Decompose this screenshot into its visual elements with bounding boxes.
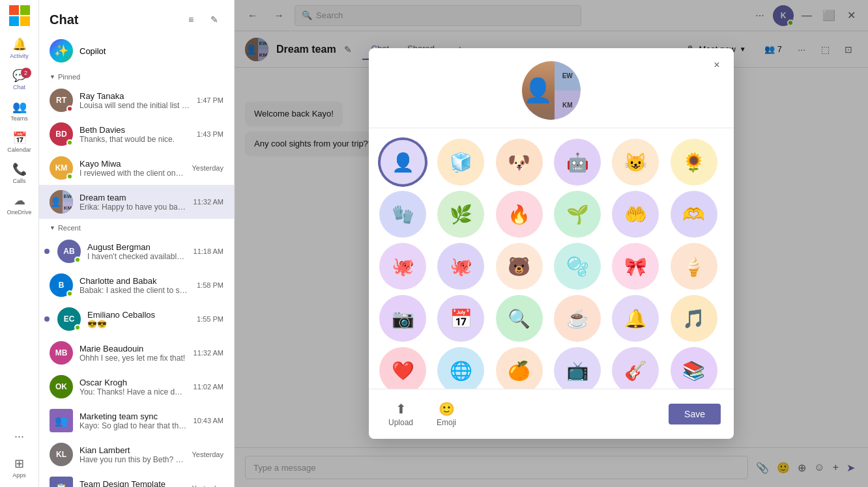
- info-dream-team: Dream team Erika: Happy to have you back…: [80, 193, 187, 212]
- chat-item-beth[interactable]: BD Beth Davies Thanks, that would be nic…: [39, 117, 234, 151]
- sticker-item[interactable]: 🔔: [612, 295, 659, 342]
- status-beth: [66, 139, 73, 146]
- sticker-item[interactable]: 🫧: [554, 243, 601, 290]
- sticker-item[interactable]: 🎀: [612, 243, 659, 290]
- avatar-emiliano: EC: [57, 307, 81, 331]
- status-ray: [66, 105, 73, 112]
- sticker-item[interactable]: 🫶: [671, 191, 717, 238]
- info-kian: Kian Lambert Have you run this by Beth? …: [80, 445, 185, 464]
- chat-item-design[interactable]: 📋 Team Design Template Reta: Let's set u…: [39, 471, 234, 487]
- sticker-item[interactable]: ☕: [554, 295, 601, 342]
- sticker-item[interactable]: 😺: [612, 139, 659, 186]
- sticker-item[interactable]: 🐻: [496, 243, 543, 290]
- sticker-item[interactable]: 🤲: [612, 191, 659, 238]
- sticker-item[interactable]: 🎸: [612, 347, 659, 389]
- sticker-item[interactable]: 🌱: [554, 191, 601, 238]
- chat-item-marie[interactable]: MB Marie Beaudouin Ohhh I see, yes let m…: [39, 336, 234, 370]
- teams-label: Teams: [10, 115, 28, 122]
- modal-body: 👤🧊🐶🤖😺🌻🧤🌿🔥🌱🤲🫶🐙🐙🐻🫧🎀🍦📷📅🔍☕🔔🎵❤️🌐🍊📺🎸📚: [369, 128, 734, 389]
- sticker-item[interactable]: 🌐: [437, 347, 484, 389]
- copilot-item[interactable]: ✨ Copilot: [39, 34, 234, 68]
- avatar-design: 📋: [50, 477, 73, 487]
- chat-item-kayo[interactable]: KM Kayo Miwa I reviewed with the client …: [39, 151, 234, 185]
- chat-item-charlotte[interactable]: B Charlotte and Babak Babak: I asked the…: [39, 268, 234, 302]
- emoji-label: Emoji: [437, 418, 456, 427]
- sticker-item[interactable]: 🧊: [437, 139, 484, 186]
- rail-item-apps[interactable]: ⊞ Apps: [5, 453, 34, 482]
- upload-label: Upload: [388, 418, 413, 427]
- chat-label: Chat: [13, 84, 25, 90]
- upload-action[interactable]: ⬆ Upload: [382, 397, 420, 431]
- photo-main: 👤: [522, 61, 555, 120]
- chat-item-dream-team[interactable]: 👤 EW KM Dream team Erika: Happy to have …: [39, 185, 234, 219]
- rail-item-more[interactable]: ···: [5, 422, 34, 451]
- info-august: August Bergman I haven't checked availab…: [87, 242, 187, 261]
- rail-item-calls[interactable]: 📞 Calls: [5, 159, 34, 188]
- sticker-item[interactable]: 🔍: [496, 295, 543, 342]
- photo-bottom-right: KM: [555, 90, 581, 120]
- sticker-item[interactable]: 🌻: [671, 139, 717, 186]
- info-design: Team Design Template Reta: Let's set up …: [80, 479, 185, 488]
- chat-list: Pinned RT Ray Tanaka Louisa will send th…: [39, 68, 234, 487]
- section-pinned[interactable]: Pinned: [39, 68, 234, 83]
- apps-icon: ⊞: [14, 456, 24, 471]
- save-button[interactable]: Save: [669, 404, 721, 424]
- sticker-item[interactable]: 🍊: [496, 347, 543, 389]
- sticker-item[interactable]: 🐙: [437, 243, 484, 290]
- rail-item-teams[interactable]: 👥 Teams: [5, 96, 34, 125]
- copilot-icon: ✨: [54, 44, 68, 58]
- chat-item-ray[interactable]: RT Ray Tanaka Louisa will send the initi…: [39, 83, 234, 117]
- status-august: [74, 257, 81, 263]
- modal-overlay[interactable]: × 👤 EW KM 👤🧊🐶🤖😺🌻🧤🌿🔥🌱🤲🫶🐙🐙🐻�: [235, 0, 868, 487]
- modal-header: × 👤 EW KM: [369, 48, 734, 128]
- onedrive-label: OneDrive: [7, 209, 31, 216]
- sticker-item[interactable]: 📚: [671, 347, 717, 389]
- sticker-item[interactable]: ❤️: [379, 347, 426, 389]
- compose-button[interactable]: ✎: [205, 10, 224, 29]
- upload-icon: ⬆: [396, 401, 407, 417]
- sticker-item[interactable]: 🎵: [671, 295, 717, 342]
- sticker-item[interactable]: 🌿: [437, 191, 484, 238]
- chat-item-kian[interactable]: KL Kian Lambert Have you run this by Bet…: [39, 438, 234, 471]
- sidebar: Chat ≡ ✎ ✨ Copilot Pinned RT Ray Tanaka …: [39, 0, 235, 487]
- sticker-item[interactable]: 🐶: [496, 139, 543, 186]
- rail-item-calendar[interactable]: 📅 Calendar: [5, 128, 34, 156]
- avatar-kian: KL: [50, 443, 73, 466]
- rail-item-onedrive[interactable]: ☁ OneDrive: [5, 190, 34, 219]
- info-emiliano: Emiliano Ceballos 😎😎: [87, 310, 190, 329]
- avatar-ray: RT: [50, 89, 73, 112]
- teams-icon: 👥: [12, 100, 27, 114]
- modal-close-button[interactable]: ×: [708, 56, 726, 74]
- onedrive-icon: ☁: [14, 193, 25, 208]
- emoji-action[interactable]: 🙂 Emoji: [430, 397, 463, 431]
- avatar-marie: MB: [50, 341, 73, 365]
- sticker-item[interactable]: 📺: [554, 347, 601, 389]
- sticker-item[interactable]: 📅: [437, 295, 484, 342]
- sticker-item[interactable]: 🐙: [379, 243, 426, 290]
- sticker-item[interactable]: 🔥: [496, 191, 543, 238]
- more-icon: ···: [14, 430, 24, 443]
- info-marie: Marie Beaudouin Ohhh I see, yes let me f…: [80, 344, 187, 363]
- left-rail: 🔔 Activity 💬 2 Chat 👥 Teams 📅 Calendar 📞…: [0, 0, 39, 487]
- sidebar-title: Chat: [50, 12, 78, 27]
- section-recent[interactable]: Recent: [39, 219, 234, 234]
- rail-item-chat[interactable]: 💬 2 Chat: [5, 65, 34, 94]
- chat-item-oscar[interactable]: OK Oscar Krogh You: Thanks! Have a nice …: [39, 370, 234, 404]
- rail-item-activity[interactable]: 🔔 Activity: [5, 34, 34, 63]
- sticker-item[interactable]: 👤: [379, 139, 426, 186]
- sticker-item[interactable]: 🧤: [379, 191, 426, 238]
- sticker-item[interactable]: 📷: [379, 295, 426, 342]
- chat-item-august[interactable]: AB August Bergman I haven't checked avai…: [39, 234, 234, 268]
- chat-item-emiliano[interactable]: EC Emiliano Ceballos 😎😎 1:55 PM: [39, 302, 234, 336]
- status-charlotte: [66, 290, 73, 297]
- unread-dot-august: [44, 249, 50, 254]
- chat-item-marketing[interactable]: 👥 Marketing team sync Kayo: So glad to h…: [39, 404, 234, 438]
- sticker-item[interactable]: 🍦: [671, 243, 717, 290]
- sticker-item[interactable]: 🤖: [554, 139, 601, 186]
- sidebar-header-actions: ≡ ✎: [182, 10, 224, 29]
- activity-label: Activity: [10, 53, 29, 59]
- modal-footer: ⬆ Upload 🙂 Emoji Save: [369, 389, 734, 439]
- filter-button[interactable]: ≡: [182, 10, 200, 29]
- avatar-kayo: KM: [50, 156, 73, 180]
- copilot-name: Copilot: [80, 46, 106, 56]
